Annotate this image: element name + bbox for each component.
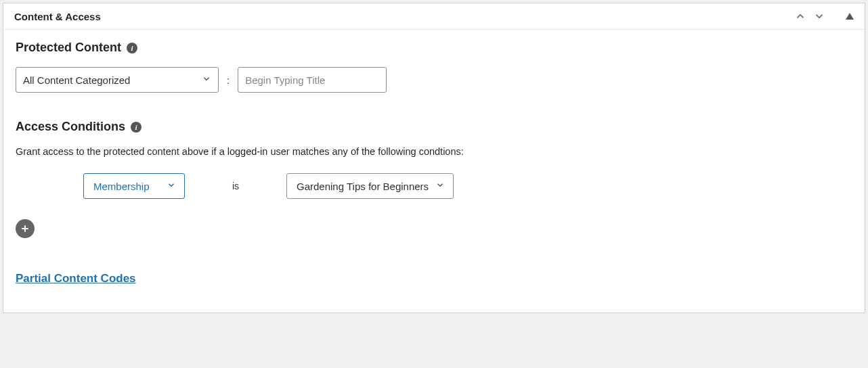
access-conditions-title: Access Conditions <box>16 120 125 134</box>
move-up-icon[interactable] <box>794 10 806 22</box>
separator: : <box>225 74 231 86</box>
protected-content-row: All Content Categorized : <box>16 67 852 93</box>
panel-header: Content & Access <box>3 3 865 30</box>
condition-value-select[interactable]: Gardening Tips for Beginners <box>286 173 454 199</box>
info-icon[interactable]: i <box>127 43 137 53</box>
chevron-down-icon <box>202 74 211 86</box>
condition-type-select[interactable]: Membership <box>83 173 185 199</box>
panel-title: Content & Access <box>14 11 101 22</box>
condition-type-value: Membership <box>93 181 150 192</box>
move-down-icon[interactable] <box>813 10 825 22</box>
condition-row: Membership is Gardening Tips for Beginne… <box>16 173 852 199</box>
condition-value: Gardening Tips for Beginners <box>297 181 429 192</box>
condition-operator: is <box>185 181 286 191</box>
chevron-down-icon <box>435 181 445 192</box>
category-select[interactable]: All Content Categorized <box>16 67 219 93</box>
access-description: Grant access to the protected content ab… <box>16 146 852 157</box>
add-condition-button[interactable] <box>16 219 35 238</box>
content-access-panel: Content & Access Protected Content i All… <box>3 3 865 313</box>
category-select-value: All Content Categorized <box>23 74 130 86</box>
access-conditions-heading: Access Conditions i <box>16 120 852 134</box>
panel-controls <box>794 10 854 22</box>
protected-content-title: Protected Content <box>16 41 121 55</box>
info-icon[interactable]: i <box>131 122 142 133</box>
protected-content-heading: Protected Content i <box>16 41 852 55</box>
panel-body: Protected Content i All Content Categori… <box>3 30 865 313</box>
chevron-down-icon <box>167 181 176 192</box>
collapse-toggle-icon[interactable] <box>846 13 854 20</box>
title-search-input[interactable] <box>238 67 387 93</box>
partial-content-codes-link[interactable]: Partial Content Codes <box>16 272 136 285</box>
